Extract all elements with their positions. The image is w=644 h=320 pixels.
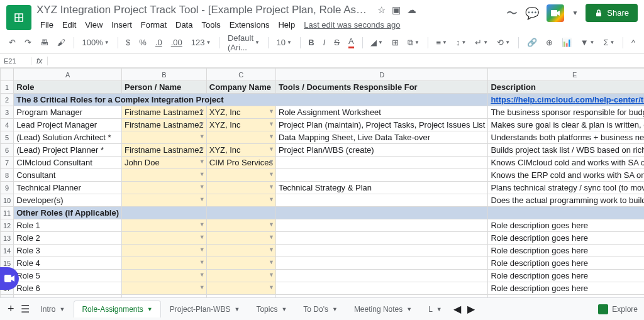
scroll-tabs-left[interactable]: ◀ (451, 301, 464, 317)
link-button[interactable]: 🔗 (525, 36, 540, 49)
cell[interactable]: CIMcloud Consultant (14, 157, 122, 169)
cell[interactable]: ▼ (122, 194, 207, 207)
row-header-2[interactable]: 2 (1, 94, 14, 106)
cell[interactable]: XYZ, Inc▼ (206, 119, 275, 131)
move-icon[interactable]: ▣ (392, 4, 401, 16)
cell[interactable]: Knows CIMcloud cold and works with SA o (488, 157, 644, 169)
cell[interactable] (275, 157, 488, 169)
sheet-tab-topics[interactable]: Topics▼ (248, 301, 294, 317)
share-button[interactable]: Share (586, 4, 638, 22)
menu-data[interactable]: Data (172, 18, 196, 31)
add-sheet-button[interactable]: + (5, 301, 17, 317)
menu-format[interactable]: Format (137, 18, 170, 31)
sheet-tab-meeting-notes[interactable]: Meeting Notes▼ (347, 301, 419, 317)
font-size-select[interactable]: 10▼ (274, 36, 294, 49)
col-header-b[interactable]: B (122, 69, 207, 81)
col-header-c[interactable]: C (206, 69, 275, 81)
cell[interactable]: Technical Strategy & Plan (275, 182, 488, 194)
v-align-button[interactable]: ↕▼ (453, 36, 469, 49)
cell[interactable] (275, 169, 488, 182)
chevron-down-icon[interactable]: ▼ (199, 259, 205, 265)
text-color-button[interactable]: A (346, 35, 357, 50)
chevron-down-icon[interactable]: ▼ (199, 171, 205, 177)
cell[interactable]: ▼ (122, 169, 207, 182)
meet-caret-icon[interactable]: ▼ (572, 9, 578, 16)
chevron-down-icon[interactable]: ▼ (199, 121, 205, 127)
menu-view[interactable]: View (81, 18, 106, 31)
strike-button[interactable]: S (331, 36, 342, 49)
chevron-down-icon[interactable]: ▼ (269, 108, 274, 114)
chevron-down-icon[interactable]: ▼ (199, 158, 205, 165)
chevron-down-icon[interactable]: ▼ (269, 146, 274, 152)
currency-button[interactable]: $ (123, 36, 133, 49)
chevron-down-icon[interactable]: ▼ (269, 259, 274, 265)
chevron-down-icon[interactable]: ▼ (199, 133, 205, 140)
percent-button[interactable]: % (136, 36, 149, 49)
name-box[interactable]: E21 (0, 57, 31, 65)
menu-edit[interactable]: Edit (58, 18, 80, 31)
row-header-14[interactable]: 14 (1, 245, 14, 257)
cell[interactable]: ▼ (206, 194, 275, 207)
cell[interactable]: Firstname Lastname2▼ (122, 119, 207, 131)
cell[interactable]: John Doe▼ (122, 157, 207, 169)
inc-decimal-button[interactable]: .00 (169, 36, 185, 49)
sheet-tab-project-plan-wbs[interactable]: Project-Plan-WBS▼ (162, 301, 248, 317)
cell[interactable]: Company Name (206, 81, 275, 94)
chevron-down-icon[interactable]: ▼ (269, 171, 274, 177)
cell[interactable] (275, 282, 488, 295)
redo-button[interactable]: ↷ (22, 36, 34, 49)
cell[interactable] (275, 232, 488, 245)
cell[interactable]: Role 3 (14, 245, 122, 257)
cell[interactable]: Knows the ERP cold and works with SA on (488, 169, 644, 182)
chevron-down-icon[interactable]: ▼ (406, 306, 412, 312)
cell[interactable]: Project Plan (maintain), Project Tasks, … (275, 119, 488, 131)
cell[interactable] (275, 245, 488, 257)
menu-insert[interactable]: Insert (108, 18, 136, 31)
sheets-logo[interactable] (6, 5, 31, 30)
menu-extensions[interactable]: Extensions (226, 18, 274, 31)
cell[interactable]: Does the actual programming work to buil… (488, 194, 644, 207)
cell[interactable] (206, 207, 275, 219)
cell[interactable]: ▼ (122, 257, 207, 270)
cell[interactable]: Tools / Documents Responsible For (275, 81, 488, 94)
star-icon[interactable]: ☆ (377, 4, 386, 16)
row-header-7[interactable]: 7 (1, 157, 14, 169)
cell[interactable]: Description (488, 81, 644, 94)
cell[interactable]: ▼ (122, 232, 207, 245)
cell[interactable]: ▼ (206, 282, 275, 295)
cell[interactable]: Person / Name (122, 81, 207, 94)
cell[interactable]: ▼ (122, 245, 207, 257)
cell[interactable]: The business sponsor responsible for bud… (488, 106, 644, 119)
activity-icon[interactable]: 〜 (506, 6, 518, 21)
cell[interactable]: ▼ (206, 232, 275, 245)
chevron-down-icon[interactable]: ▼ (199, 221, 205, 228)
chevron-down-icon[interactable]: ▼ (234, 306, 240, 312)
cell[interactable]: ▼ (206, 257, 275, 270)
cell[interactable]: ▼ (206, 131, 275, 144)
chevron-down-icon[interactable]: ▼ (269, 133, 274, 140)
chevron-down-icon[interactable]: ▼ (436, 306, 442, 312)
cell[interactable]: (Lead) Solution Architect * (14, 131, 122, 144)
meet-icon[interactable] (547, 4, 564, 22)
cell[interactable]: Role description goes here (488, 282, 644, 295)
cell[interactable]: ▼ (206, 245, 275, 257)
document-title[interactable]: XYZ Integration Project Track Tool - [Ex… (36, 4, 370, 16)
expand-toolbar-button[interactable]: ^ (629, 36, 638, 49)
cell[interactable]: Firstname Lastname2▼ (122, 144, 207, 157)
scroll-tabs-right[interactable]: ▶ (465, 301, 477, 317)
select-all-corner[interactable] (1, 69, 14, 81)
chevron-down-icon[interactable]: ▼ (199, 284, 205, 290)
chevron-down-icon[interactable]: ▼ (199, 184, 205, 190)
comment-button[interactable]: ⊕ (543, 36, 555, 49)
cell[interactable] (275, 219, 488, 232)
cell[interactable]: Consultant (14, 169, 122, 182)
row-header-3[interactable]: 3 (1, 106, 14, 119)
row-header-6[interactable]: 6 (1, 144, 14, 157)
cell[interactable] (488, 207, 644, 219)
row-header-12[interactable]: 12 (1, 219, 14, 232)
row-header-4[interactable]: 4 (1, 119, 14, 131)
rotate-button[interactable]: ⟲▼ (494, 36, 513, 49)
cell[interactable]: Understands both platforms + business ne… (488, 131, 644, 144)
cell[interactable]: Lead Project Manager (14, 119, 122, 131)
cell[interactable]: Role 1 (14, 219, 122, 232)
